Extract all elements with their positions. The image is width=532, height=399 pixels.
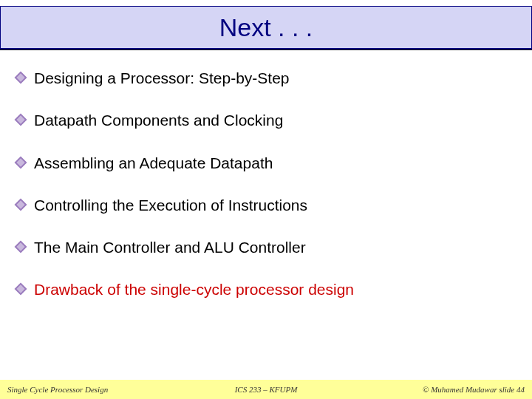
bullet-text: Drawback of the single-cycle processor d… [34,279,354,299]
slide-title: Next . . . [219,13,313,42]
diamond-bullet-icon [15,156,27,168]
bullet-item: Datapath Components and Clocking [16,110,516,130]
title-band: Next . . . [0,6,532,50]
bullet-text: Assembling an Adequate Datapath [34,153,273,173]
bullet-text: Datapath Components and Clocking [34,110,283,130]
content-area: Designing a Processor: Step-by-Step Data… [16,68,516,322]
bullet-item-highlighted: Drawback of the single-cycle processor d… [16,279,516,299]
bullet-item: The Main Controller and ALU Controller [16,237,516,257]
diamond-bullet-icon [15,241,27,253]
bullet-text: Designing a Processor: Step-by-Step [34,68,290,88]
footer-right: © Muhamed Mudawar slide 44 [423,385,525,394]
diamond-bullet-icon [15,72,27,84]
bullet-item: Controlling the Execution of Instruction… [16,195,516,215]
diamond-bullet-icon [15,198,27,211]
bullet-text: Controlling the Execution of Instruction… [34,195,307,215]
title-inner: Next . . . [1,7,531,48]
diamond-bullet-icon [15,114,27,126]
footer-left: Single Cycle Processor Design [7,385,108,394]
footer-center: ICS 233 – KFUPM [235,385,298,394]
slide: Next . . . Designing a Processor: Step-b… [0,0,532,399]
diamond-bullet-icon [15,283,27,296]
footer: Single Cycle Processor Design ICS 233 – … [0,380,532,399]
bullet-item: Assembling an Adequate Datapath [16,153,516,173]
bullet-item: Designing a Processor: Step-by-Step [16,68,516,88]
bullet-text: The Main Controller and ALU Controller [34,237,306,257]
